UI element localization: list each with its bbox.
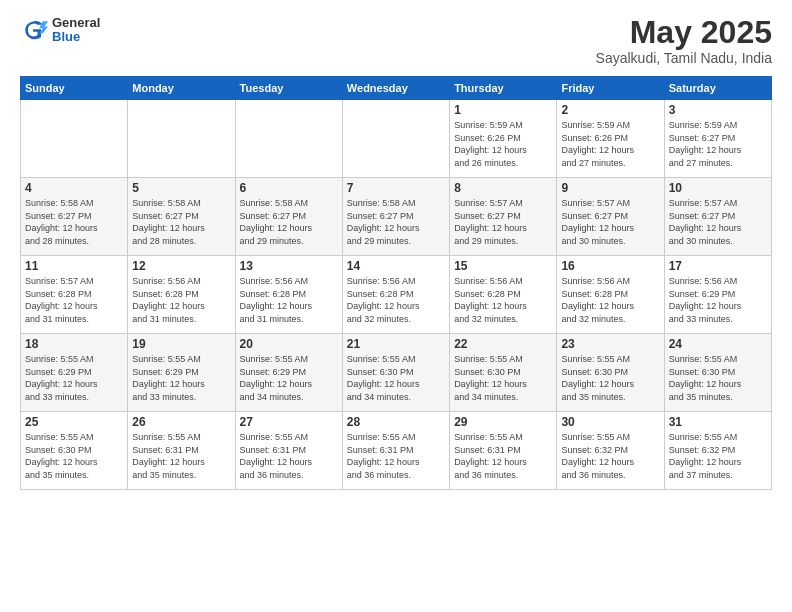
page: General Blue May 2025 Sayalkudi, Tamil N… <box>0 0 792 612</box>
day-number: 11 <box>25 259 123 273</box>
day-info: Sunrise: 5:56 AM Sunset: 6:28 PM Dayligh… <box>347 275 445 325</box>
day-info: Sunrise: 5:55 AM Sunset: 6:30 PM Dayligh… <box>25 431 123 481</box>
day-cell <box>235 100 342 178</box>
day-cell: 16Sunrise: 5:56 AM Sunset: 6:28 PM Dayli… <box>557 256 664 334</box>
day-info: Sunrise: 5:55 AM Sunset: 6:29 PM Dayligh… <box>132 353 230 403</box>
day-number: 6 <box>240 181 338 195</box>
day-cell: 17Sunrise: 5:56 AM Sunset: 6:29 PM Dayli… <box>664 256 771 334</box>
day-number: 20 <box>240 337 338 351</box>
day-info: Sunrise: 5:55 AM Sunset: 6:31 PM Dayligh… <box>240 431 338 481</box>
day-cell: 20Sunrise: 5:55 AM Sunset: 6:29 PM Dayli… <box>235 334 342 412</box>
day-number: 8 <box>454 181 552 195</box>
day-info: Sunrise: 5:58 AM Sunset: 6:27 PM Dayligh… <box>25 197 123 247</box>
day-info: Sunrise: 5:56 AM Sunset: 6:28 PM Dayligh… <box>454 275 552 325</box>
day-info: Sunrise: 5:55 AM Sunset: 6:31 PM Dayligh… <box>454 431 552 481</box>
day-cell: 13Sunrise: 5:56 AM Sunset: 6:28 PM Dayli… <box>235 256 342 334</box>
week-row-2: 4Sunrise: 5:58 AM Sunset: 6:27 PM Daylig… <box>21 178 772 256</box>
day-cell <box>128 100 235 178</box>
day-info: Sunrise: 5:57 AM Sunset: 6:27 PM Dayligh… <box>561 197 659 247</box>
day-cell: 9Sunrise: 5:57 AM Sunset: 6:27 PM Daylig… <box>557 178 664 256</box>
day-cell: 18Sunrise: 5:55 AM Sunset: 6:29 PM Dayli… <box>21 334 128 412</box>
day-info: Sunrise: 5:56 AM Sunset: 6:29 PM Dayligh… <box>669 275 767 325</box>
day-info: Sunrise: 5:58 AM Sunset: 6:27 PM Dayligh… <box>240 197 338 247</box>
day-cell: 26Sunrise: 5:55 AM Sunset: 6:31 PM Dayli… <box>128 412 235 490</box>
day-info: Sunrise: 5:55 AM Sunset: 6:30 PM Dayligh… <box>561 353 659 403</box>
month-title: May 2025 <box>596 16 772 48</box>
day-number: 7 <box>347 181 445 195</box>
calendar-table: SundayMondayTuesdayWednesdayThursdayFrid… <box>20 76 772 490</box>
day-number: 15 <box>454 259 552 273</box>
day-number: 25 <box>25 415 123 429</box>
logo-icon <box>20 16 48 44</box>
header: General Blue May 2025 Sayalkudi, Tamil N… <box>20 16 772 66</box>
day-number: 31 <box>669 415 767 429</box>
day-info: Sunrise: 5:57 AM Sunset: 6:28 PM Dayligh… <box>25 275 123 325</box>
week-row-5: 25Sunrise: 5:55 AM Sunset: 6:30 PM Dayli… <box>21 412 772 490</box>
day-info: Sunrise: 5:59 AM Sunset: 6:26 PM Dayligh… <box>454 119 552 169</box>
day-number: 3 <box>669 103 767 117</box>
day-cell: 24Sunrise: 5:55 AM Sunset: 6:30 PM Dayli… <box>664 334 771 412</box>
day-cell: 4Sunrise: 5:58 AM Sunset: 6:27 PM Daylig… <box>21 178 128 256</box>
day-info: Sunrise: 5:58 AM Sunset: 6:27 PM Dayligh… <box>347 197 445 247</box>
day-number: 17 <box>669 259 767 273</box>
day-number: 23 <box>561 337 659 351</box>
header-cell-tuesday: Tuesday <box>235 77 342 100</box>
day-number: 12 <box>132 259 230 273</box>
day-cell <box>21 100 128 178</box>
day-cell: 11Sunrise: 5:57 AM Sunset: 6:28 PM Dayli… <box>21 256 128 334</box>
day-cell <box>342 100 449 178</box>
location: Sayalkudi, Tamil Nadu, India <box>596 50 772 66</box>
header-cell-wednesday: Wednesday <box>342 77 449 100</box>
header-cell-sunday: Sunday <box>21 77 128 100</box>
day-number: 16 <box>561 259 659 273</box>
day-cell: 25Sunrise: 5:55 AM Sunset: 6:30 PM Dayli… <box>21 412 128 490</box>
title-section: May 2025 Sayalkudi, Tamil Nadu, India <box>596 16 772 66</box>
day-cell: 15Sunrise: 5:56 AM Sunset: 6:28 PM Dayli… <box>450 256 557 334</box>
logo: General Blue <box>20 16 100 45</box>
day-info: Sunrise: 5:57 AM Sunset: 6:27 PM Dayligh… <box>669 197 767 247</box>
day-cell: 29Sunrise: 5:55 AM Sunset: 6:31 PM Dayli… <box>450 412 557 490</box>
day-number: 29 <box>454 415 552 429</box>
header-cell-friday: Friday <box>557 77 664 100</box>
day-info: Sunrise: 5:56 AM Sunset: 6:28 PM Dayligh… <box>132 275 230 325</box>
week-row-3: 11Sunrise: 5:57 AM Sunset: 6:28 PM Dayli… <box>21 256 772 334</box>
day-cell: 28Sunrise: 5:55 AM Sunset: 6:31 PM Dayli… <box>342 412 449 490</box>
header-cell-thursday: Thursday <box>450 77 557 100</box>
day-number: 26 <box>132 415 230 429</box>
day-number: 28 <box>347 415 445 429</box>
day-cell: 21Sunrise: 5:55 AM Sunset: 6:30 PM Dayli… <box>342 334 449 412</box>
day-info: Sunrise: 5:55 AM Sunset: 6:32 PM Dayligh… <box>561 431 659 481</box>
day-cell: 19Sunrise: 5:55 AM Sunset: 6:29 PM Dayli… <box>128 334 235 412</box>
day-number: 9 <box>561 181 659 195</box>
day-info: Sunrise: 5:55 AM Sunset: 6:30 PM Dayligh… <box>347 353 445 403</box>
day-number: 10 <box>669 181 767 195</box>
day-cell: 22Sunrise: 5:55 AM Sunset: 6:30 PM Dayli… <box>450 334 557 412</box>
day-info: Sunrise: 5:55 AM Sunset: 6:30 PM Dayligh… <box>454 353 552 403</box>
day-cell: 8Sunrise: 5:57 AM Sunset: 6:27 PM Daylig… <box>450 178 557 256</box>
day-info: Sunrise: 5:59 AM Sunset: 6:27 PM Dayligh… <box>669 119 767 169</box>
day-info: Sunrise: 5:55 AM Sunset: 6:31 PM Dayligh… <box>347 431 445 481</box>
header-cell-saturday: Saturday <box>664 77 771 100</box>
day-info: Sunrise: 5:56 AM Sunset: 6:28 PM Dayligh… <box>240 275 338 325</box>
day-cell: 27Sunrise: 5:55 AM Sunset: 6:31 PM Dayli… <box>235 412 342 490</box>
day-number: 30 <box>561 415 659 429</box>
day-number: 24 <box>669 337 767 351</box>
header-cell-monday: Monday <box>128 77 235 100</box>
day-number: 13 <box>240 259 338 273</box>
day-number: 19 <box>132 337 230 351</box>
day-info: Sunrise: 5:57 AM Sunset: 6:27 PM Dayligh… <box>454 197 552 247</box>
day-info: Sunrise: 5:58 AM Sunset: 6:27 PM Dayligh… <box>132 197 230 247</box>
day-cell: 5Sunrise: 5:58 AM Sunset: 6:27 PM Daylig… <box>128 178 235 256</box>
day-info: Sunrise: 5:55 AM Sunset: 6:29 PM Dayligh… <box>25 353 123 403</box>
day-number: 14 <box>347 259 445 273</box>
day-cell: 23Sunrise: 5:55 AM Sunset: 6:30 PM Dayli… <box>557 334 664 412</box>
week-row-1: 1Sunrise: 5:59 AM Sunset: 6:26 PM Daylig… <box>21 100 772 178</box>
logo-general: General <box>52 16 100 30</box>
day-cell: 3Sunrise: 5:59 AM Sunset: 6:27 PM Daylig… <box>664 100 771 178</box>
day-info: Sunrise: 5:55 AM Sunset: 6:32 PM Dayligh… <box>669 431 767 481</box>
day-number: 22 <box>454 337 552 351</box>
header-row: SundayMondayTuesdayWednesdayThursdayFrid… <box>21 77 772 100</box>
day-number: 4 <box>25 181 123 195</box>
day-number: 27 <box>240 415 338 429</box>
day-number: 21 <box>347 337 445 351</box>
